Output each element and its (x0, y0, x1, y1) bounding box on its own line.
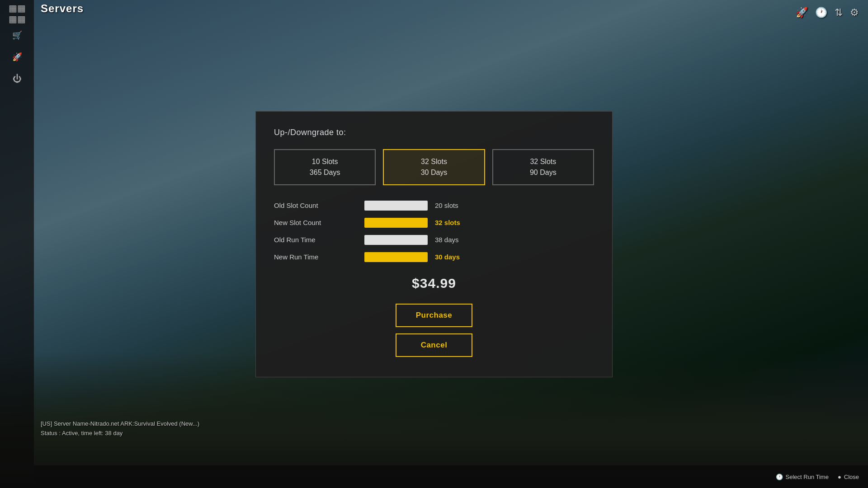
slot-option-1-line1: 10 Slots (312, 158, 338, 165)
server-info: [US] Server Name-Nitrado.net ARK:Surviva… (41, 419, 199, 438)
bottom-select-runtime[interactable]: 🕐 Select Run Time (776, 474, 829, 480)
clock-icon-bottom: 🕐 (776, 474, 783, 480)
action-buttons: Purchase Cancel (274, 304, 594, 357)
slot-option-2-line1: 32 Slots (421, 158, 447, 165)
server-name: [US] Server Name-Nitrado.net ARK:Surviva… (41, 419, 199, 429)
rocket-icon-top[interactable]: 🚀 (796, 7, 808, 19)
slot-option-2-line2: 30 Days (421, 169, 448, 176)
clock-icon-top[interactable]: 🕐 (815, 7, 827, 19)
close-icon-bottom: ● (838, 474, 841, 480)
power-icon: ⏻ (13, 74, 22, 84)
cancel-button[interactable]: Cancel (396, 333, 472, 357)
old-runtime-value: 38 days (435, 236, 459, 244)
bottom-bar: 🕐 Select Run Time ● Close (34, 465, 868, 488)
new-runtime-value-wrap: 30 days (364, 252, 594, 262)
sidebar-item-power[interactable]: ⏻ (6, 70, 28, 88)
price-display: $34.99 (274, 276, 594, 291)
slot-option-3-line1: 32 Slots (530, 158, 556, 165)
bottom-close[interactable]: ● Close (838, 474, 859, 480)
rocket-icon-sidebar: 🚀 (12, 52, 22, 62)
top-right-toolbar: 🚀 🕐 ⇅ ⚙ (796, 7, 859, 19)
page-title: Servers (41, 2, 84, 15)
slot-options-row: 10 Slots 365 Days 32 Slots 30 Days 32 Sl… (274, 149, 594, 185)
new-slot-bar (364, 218, 428, 228)
sort-icon-top[interactable]: ⇅ (835, 7, 843, 19)
servers-icon: ▦▦▦▦ (9, 3, 26, 24)
sidebar-item-servers[interactable]: ▦▦▦▦ (6, 5, 28, 23)
old-runtime-bar (364, 235, 428, 245)
new-slot-label: New Slot Count (274, 219, 364, 226)
gear-icon-top[interactable]: ⚙ (850, 7, 859, 19)
old-runtime-value-wrap: 38 days (364, 235, 594, 245)
old-slot-value: 20 slots (435, 202, 458, 209)
purchase-button[interactable]: Purchase (396, 304, 472, 327)
slot-option-3-line2: 90 Days (530, 169, 557, 176)
sidebar: ▦▦▦▦ 🛒 🚀 ⏻ (0, 0, 34, 488)
slot-option-1-line2: 365 Days (310, 169, 340, 176)
old-slot-label: Old Slot Count (274, 202, 364, 209)
server-status: Status : Active, time left: 38 day (41, 429, 199, 438)
bottom-runtime-label: Select Run Time (786, 474, 829, 480)
new-runtime-bar (364, 252, 428, 262)
bottom-close-label: Close (844, 474, 859, 480)
cart-icon: 🛒 (12, 30, 22, 40)
details-grid: Old Slot Count 20 slots New Slot Count 3… (274, 201, 594, 262)
old-runtime-label: Old Run Time (274, 236, 364, 244)
sidebar-item-shop[interactable]: 🛒 (6, 26, 28, 44)
modal-title: Up-/Downgrade to: (274, 128, 594, 137)
new-slot-value-wrap: 32 slots (364, 218, 594, 228)
old-slot-bar (364, 201, 428, 211)
slot-option-3[interactable]: 32 Slots 90 Days (492, 149, 594, 185)
slot-option-1[interactable]: 10 Slots 365 Days (274, 149, 376, 185)
slot-option-2[interactable]: 32 Slots 30 Days (383, 149, 485, 185)
upgrade-modal: Up-/Downgrade to: 10 Slots 365 Days 32 S… (255, 111, 613, 377)
sidebar-item-boost[interactable]: 🚀 (6, 48, 28, 66)
new-slot-value: 32 slots (435, 219, 460, 226)
old-slot-value-wrap: 20 slots (364, 201, 594, 211)
new-runtime-label: New Run Time (274, 253, 364, 261)
new-runtime-value: 30 days (435, 253, 460, 261)
